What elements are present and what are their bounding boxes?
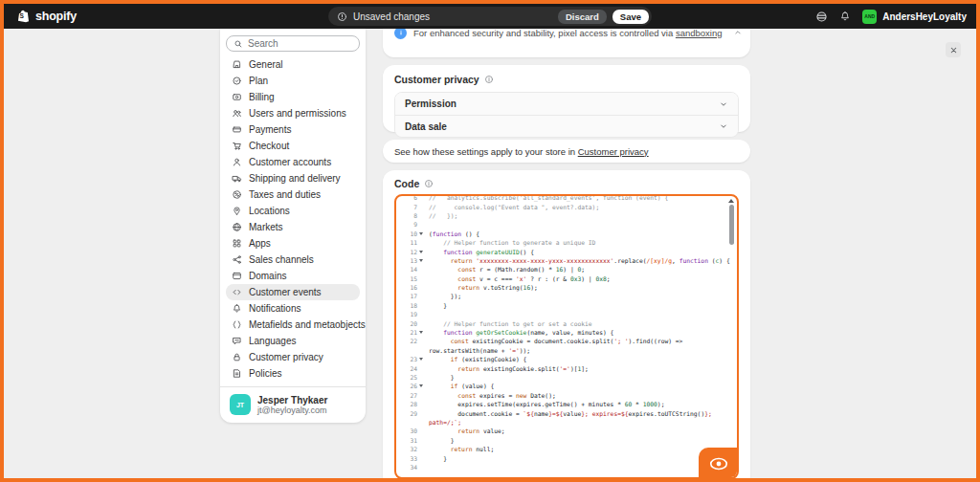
code-line: 11 // Helper function to generate a uniq… [396, 238, 737, 247]
line-gutter: 20 [396, 320, 425, 327]
notifications-bell-icon[interactable] [839, 11, 851, 22]
account-name[interactable]: AndersHeyLoyalty [882, 11, 967, 22]
customer-privacy-link[interactable]: Customer privacy [578, 146, 649, 157]
sidebar-item-markets[interactable]: Markets [226, 219, 360, 235]
account-avatar[interactable]: AND [862, 10, 877, 24]
sidebar-item-taxes-and-duties[interactable]: Taxes and duties [226, 186, 360, 203]
fold-toggle-icon[interactable] [417, 358, 425, 361]
sidebar-item-label: Locations [249, 206, 290, 216]
sidebar-item-metafields-and-metaobjects[interactable]: Metafields and metaobjects [226, 317, 360, 333]
sidebar-item-label: Metafields and metaobjects [249, 319, 366, 330]
settings-main: For enhanced security and stability, pix… [383, 4, 750, 478]
info-badge-icon [394, 29, 407, 39]
code-line: 14 const r = (Math.random() * 16) | 0; [396, 265, 737, 274]
customer-privacy-title: Customer privacy [394, 74, 479, 85]
user-card[interactable]: JT Jesper Thykaer jt@heyloyalty.com [226, 387, 360, 422]
sidebar-item-label: Taxes and duties [249, 189, 321, 200]
user-email: jt@heyloyalty.com [257, 405, 327, 415]
sidebar-item-customer-privacy[interactable]: Customer privacy [226, 349, 360, 365]
code-line: 6// analytics.subscribe('all_standard_ev… [396, 194, 737, 202]
code-line: 28 expires.setTime(expires.getTime() + m… [396, 400, 737, 408]
code-editor[interactable]: 6// analytics.subscribe('all_standard_ev… [394, 194, 739, 479]
code-line: 19 [396, 310, 737, 318]
settings-sidebar: GeneralPlanBillingUsers and permissionsP… [220, 29, 366, 423]
sidebar-item-locations[interactable]: Locations [226, 203, 360, 219]
sidebar-item-policies[interactable]: Policies [226, 365, 360, 382]
sidebar-item-label: Languages [249, 336, 297, 346]
line-gutter: 17 [396, 293, 425, 299]
sidebar-item-notifications[interactable]: Notifications [226, 300, 360, 317]
editor-scrollbar[interactable] [727, 198, 735, 255]
info-icon[interactable] [424, 179, 434, 188]
users-icon [232, 108, 242, 119]
lock-icon [232, 352, 242, 362]
fold-toggle-icon[interactable] [417, 259, 425, 262]
line-gutter: 25 [396, 374, 425, 381]
shopify-logo[interactable]: S shopify [4, 9, 77, 24]
globe-icon[interactable] [815, 11, 828, 23]
sidebar-item-users-and-permissions[interactable]: Users and permissions [226, 105, 360, 121]
code-line: 12 function generateUUID() { [396, 247, 737, 255]
sidebar-item-languages[interactable]: Languages [226, 333, 360, 349]
code-line: 25 } [396, 373, 737, 382]
search-input[interactable] [248, 38, 352, 49]
eye-overlay-button[interactable] [699, 448, 739, 479]
banner-link[interactable]: sandboxing [676, 29, 723, 38]
code-line: 30 return value; [396, 427, 737, 435]
code-line: row.startsWith(name + '=')); [396, 346, 737, 355]
browser-icon [232, 271, 242, 281]
fold-toggle-icon[interactable] [417, 251, 425, 253]
scrollbar-thumb[interactable] [729, 205, 734, 245]
scroll-up-arrow-icon[interactable] [728, 199, 734, 203]
fold-toggle-icon[interactable] [417, 331, 425, 334]
sidebar-item-general[interactable]: General [226, 56, 360, 73]
code-line: 33 } [396, 453, 737, 462]
sidebar-item-customer-events[interactable]: Customer events [226, 284, 360, 300]
line-gutter: 30 [396, 427, 425, 434]
code-line: 26 if (value) { [396, 382, 737, 390]
save-button[interactable]: Save [612, 10, 649, 24]
person-icon [232, 157, 242, 167]
code-line: 23 if (existingCookie) { [396, 355, 737, 363]
code-line: 15 const v = c === 'x' ? r : (r & 0x3) |… [396, 274, 737, 283]
sidebar-item-label: Plan [249, 76, 268, 86]
discard-button[interactable]: Discard [558, 10, 607, 24]
line-gutter: 9 [396, 221, 425, 228]
customer-privacy-card: Customer privacy Permission Data sale [383, 65, 750, 132]
sidebar-item-checkout[interactable]: Checkout [226, 138, 360, 154]
sidebar-item-label: Apps [249, 238, 271, 249]
chevron-up-icon[interactable] [733, 29, 743, 37]
code-line: 8// }); [396, 211, 737, 220]
settings-search[interactable] [226, 35, 360, 52]
sidebar-item-sales-channels[interactable]: Sales channels [226, 252, 360, 268]
line-gutter: 8 [396, 212, 425, 219]
sidebar-item-label: Checkout [249, 141, 289, 151]
user-avatar: JT [230, 394, 251, 415]
fold-toggle-icon[interactable] [417, 384, 425, 387]
code-line: 22 const existingCookie = document.cooki… [396, 337, 737, 345]
sidebar-item-apps[interactable]: Apps [226, 235, 360, 252]
code-icon [232, 287, 242, 297]
bubble-icon [232, 336, 242, 346]
sidebar-item-customer-accounts[interactable]: Customer accounts [226, 154, 360, 170]
code-line: 13 return 'xxxxxxxx-xxxx-xxxx-yxxx-xxxxx… [396, 256, 737, 265]
unsaved-changes-text: Unsaved changes [353, 11, 552, 22]
sidebar-item-payments[interactable]: Payments [226, 121, 360, 138]
sidebar-item-billing[interactable]: Billing [226, 89, 360, 105]
data-sale-row[interactable]: Data sale [395, 115, 738, 137]
topbar: S shopify Unsaved changes Discard Save [4, 4, 976, 29]
fold-toggle-icon[interactable] [417, 232, 425, 235]
sidebar-item-domains[interactable]: Domains [226, 268, 360, 284]
shopify-bag-icon: S [16, 9, 31, 24]
topbar-right: AND AndersHeyLoyalty [815, 4, 967, 29]
sidebar-item-shipping-and-delivery[interactable]: Shipping and delivery [226, 170, 360, 186]
code-line: path=/;`; [396, 418, 737, 427]
line-gutter: 24 [396, 365, 425, 372]
close-button[interactable] [946, 42, 961, 57]
globe-icon [232, 222, 242, 232]
line-gutter: 10 [396, 230, 425, 237]
info-icon[interactable] [484, 75, 494, 84]
line-gutter: 33 [396, 455, 425, 462]
permission-row[interactable]: Permission [395, 93, 738, 115]
sidebar-item-plan[interactable]: Plan [226, 73, 360, 89]
